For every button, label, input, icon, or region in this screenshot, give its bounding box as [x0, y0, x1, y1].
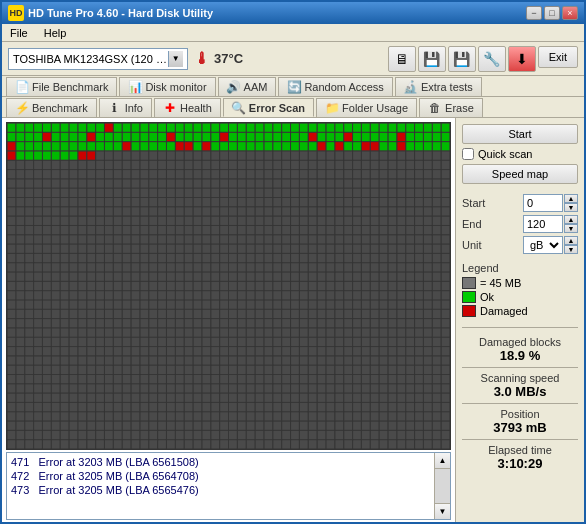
random-access-icon: 🔄: [287, 80, 301, 94]
legend-ok-item: Ok: [462, 291, 578, 303]
damaged-blocks-label: Damaged blocks: [462, 336, 578, 348]
scroll-track: [435, 469, 450, 503]
end-spin-down[interactable]: ▼: [564, 224, 578, 233]
error-line-1: 471 Error at 3203 MB (LBA 6561508): [11, 455, 430, 469]
tab-folder-usage[interactable]: 📁 Folder Usage: [316, 98, 417, 117]
quick-scan-row: Quick scan: [462, 148, 578, 160]
legend-damaged-color: [462, 305, 476, 317]
legend-ok-label: Ok: [480, 291, 494, 303]
thermometer-icon: 🌡: [194, 50, 210, 68]
tab-benchmark[interactable]: ⚡ Benchmark: [6, 98, 97, 117]
tab-health[interactable]: ✚ Health: [154, 98, 221, 117]
tab-disk-monitor[interactable]: 📊 Disk monitor: [119, 77, 215, 96]
tab-aam-label: AAM: [244, 81, 268, 93]
start-spin-up[interactable]: ▲: [564, 194, 578, 203]
legend-section: Legend = 45 MB Ok Damaged: [462, 262, 578, 319]
tab-disk-monitor-label: Disk monitor: [145, 81, 206, 93]
window-frame: HD HD Tune Pro 4.60 - Hard Disk Utility …: [0, 0, 586, 524]
quick-scan-label: Quick scan: [478, 148, 532, 160]
tab-info[interactable]: ℹ Info: [99, 98, 152, 117]
divider-2: [462, 367, 578, 368]
elapsed-time-label: Elapsed time: [462, 444, 578, 456]
position-label: Position: [462, 408, 578, 420]
unit-field-label: Unit: [462, 239, 482, 251]
maximize-button[interactable]: □: [544, 6, 560, 20]
temperature-display: 🌡 37°C: [194, 50, 243, 68]
scroll-down-btn[interactable]: ▼: [435, 503, 450, 519]
start-input[interactable]: [523, 194, 563, 212]
error-line-3: 473 Error at 3205 MB (LBA 6565476): [11, 483, 430, 497]
error-text-3: Error at 3205 MB (LBA 6565476): [39, 484, 199, 496]
tab-extra-tests-label: Extra tests: [421, 81, 473, 93]
tab-aam[interactable]: 🔊 AAM: [218, 77, 277, 96]
tab-erase[interactable]: 🗑 Erase: [419, 98, 483, 117]
error-line-2: 472 Error at 3205 MB (LBA 6564708): [11, 469, 430, 483]
minimize-button[interactable]: −: [526, 6, 542, 20]
exit-button[interactable]: Exit: [538, 46, 578, 68]
app-icon: HD: [8, 5, 24, 21]
divider-3: [462, 403, 578, 404]
toolbar-btn-1[interactable]: 🖥: [388, 46, 416, 72]
menu-bar: File Help: [2, 24, 584, 42]
end-input[interactable]: [523, 215, 563, 233]
position-value: 3793 mB: [462, 420, 578, 435]
unit-select[interactable]: gB MB: [523, 236, 563, 254]
tab-row-2: ⚡ Benchmark ℹ Info ✚ Health 🔍 Error Scan…: [2, 97, 584, 118]
main-content: 471 Error at 3203 MB (LBA 6561508) 472 E…: [2, 118, 584, 524]
close-button[interactable]: ×: [562, 6, 578, 20]
tab-erase-label: Erase: [445, 102, 474, 114]
unit-spin-down[interactable]: ▼: [564, 245, 578, 254]
legend-block-label: = 45 MB: [480, 277, 521, 289]
quick-scan-checkbox[interactable]: [462, 148, 474, 160]
speed-map-button[interactable]: Speed map: [462, 164, 578, 184]
file-benchmark-icon: 📄: [15, 80, 29, 94]
scroll-up-btn[interactable]: ▲: [435, 453, 450, 469]
damaged-blocks-value: 18.9 %: [462, 348, 578, 363]
tab-extra-tests[interactable]: 🔬 Extra tests: [395, 77, 482, 96]
scan-area: 471 Error at 3203 MB (LBA 6561508) 472 E…: [2, 118, 456, 524]
error-log-wrapper: 471 Error at 3203 MB (LBA 6561508) 472 E…: [6, 452, 451, 520]
scan-grid-canvas: [6, 122, 451, 450]
right-panel: Start Quick scan Speed map Start ▲ ▼: [456, 118, 584, 524]
benchmark-icon: ⚡: [15, 101, 29, 115]
menu-help[interactable]: Help: [40, 26, 71, 40]
toolbar: TOSHIBA MK1234GSX (120 gB) ▼ 🌡 37°C 🖥 💾 …: [2, 42, 584, 76]
legend-damaged-item: Damaged: [462, 305, 578, 317]
tab-file-benchmark-label: File Benchmark: [32, 81, 108, 93]
stats-section: Damaged blocks 18.9 % Scanning speed 3.0…: [462, 336, 578, 471]
tab-random-access-label: Random Access: [304, 81, 383, 93]
drive-dropdown-arrow[interactable]: ▼: [168, 51, 183, 67]
menu-file[interactable]: File: [6, 26, 32, 40]
tab-error-scan[interactable]: 🔍 Error Scan: [223, 98, 314, 117]
toolbar-btn-2[interactable]: 💾: [418, 46, 446, 72]
temperature-value: 37°C: [214, 51, 243, 66]
end-input-group: ▲ ▼: [523, 215, 578, 233]
health-icon: ✚: [163, 101, 177, 115]
drive-selector[interactable]: TOSHIBA MK1234GSX (120 gB) ▼: [8, 48, 188, 70]
divider-1: [462, 327, 578, 328]
start-input-group: ▲ ▼: [523, 194, 578, 212]
end-spin-up[interactable]: ▲: [564, 215, 578, 224]
tab-benchmark-label: Benchmark: [32, 102, 88, 114]
tab-folder-usage-label: Folder Usage: [342, 102, 408, 114]
error-log[interactable]: 471 Error at 3203 MB (LBA 6561508) 472 E…: [7, 453, 434, 519]
tab-file-benchmark[interactable]: 📄 File Benchmark: [6, 77, 117, 96]
legend-block-item: = 45 MB: [462, 277, 578, 289]
toolbar-btn-5[interactable]: ⬇: [508, 46, 536, 72]
tab-random-access[interactable]: 🔄 Random Access: [278, 77, 392, 96]
start-button[interactable]: Start: [462, 124, 578, 144]
window-controls: − □ ×: [526, 6, 578, 20]
folder-usage-icon: 📁: [325, 101, 339, 115]
toolbar-actions: 🖥 💾 💾 🔧 ⬇ Exit: [388, 46, 578, 72]
unit-spin-up[interactable]: ▲: [564, 236, 578, 245]
tab-error-scan-label: Error Scan: [249, 102, 305, 114]
start-field-row: Start ▲ ▼: [462, 194, 578, 212]
error-num-3: 473: [11, 484, 29, 496]
start-spin-down[interactable]: ▼: [564, 203, 578, 212]
toolbar-btn-4[interactable]: 🔧: [478, 46, 506, 72]
scanning-speed-label: Scanning speed: [462, 372, 578, 384]
window-title: HD Tune Pro 4.60 - Hard Disk Utility: [28, 7, 213, 19]
toolbar-btn-3[interactable]: 💾: [448, 46, 476, 72]
error-num-1: 471: [11, 456, 29, 468]
disk-monitor-icon: 📊: [128, 80, 142, 94]
